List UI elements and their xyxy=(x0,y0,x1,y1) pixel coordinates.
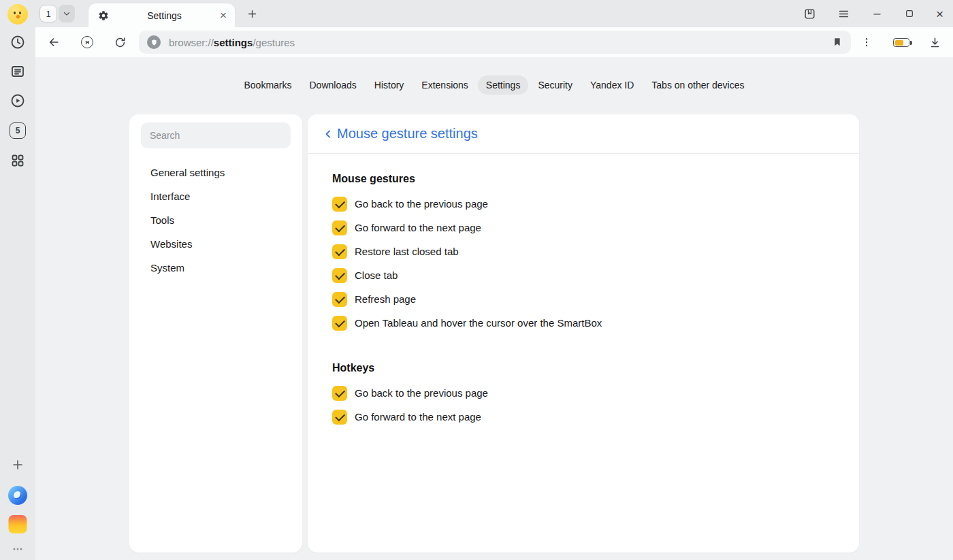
gesture-settings-card: Mouse gesture settings Mouse gestures Go… xyxy=(308,114,859,553)
avatar-eye xyxy=(19,12,21,14)
gesture-row: Refresh page xyxy=(332,287,835,311)
avatar-beak xyxy=(15,14,20,19)
window-controls: × xyxy=(803,0,943,27)
gear-icon xyxy=(98,10,109,21)
nav-tab-other-devices[interactable]: Tabs on other devices xyxy=(643,76,752,95)
new-tab-button[interactable] xyxy=(244,5,260,22)
url-scheme: browser:// xyxy=(169,37,214,48)
hotkey-row: Go forward to the next page xyxy=(332,405,835,429)
downloads-icon[interactable] xyxy=(927,35,942,50)
maximize-icon[interactable] xyxy=(904,8,915,19)
checkbox-go-back[interactable] xyxy=(332,197,347,212)
left-rail: 5 xyxy=(0,0,35,560)
feed-icon[interactable] xyxy=(10,63,26,80)
url-host: settings xyxy=(214,37,253,48)
tab-settings[interactable]: Settings × xyxy=(88,3,235,27)
nav-tab-settings[interactable]: Settings xyxy=(478,76,529,95)
hotkey-label: Go forward to the next page xyxy=(355,411,481,423)
reload-icon[interactable] xyxy=(112,35,127,50)
panel-body: Mouse gestures Go back to the previous p… xyxy=(308,154,859,429)
url-more-icon[interactable] xyxy=(859,35,874,50)
checkbox-refresh-page[interactable] xyxy=(332,292,347,307)
tab-close-icon[interactable]: × xyxy=(220,10,227,21)
tab-strip: 1 Settings × × xyxy=(35,0,953,27)
settings-nav-tabs: Bookmarks Downloads History Extensions S… xyxy=(35,76,953,95)
chevron-down-icon xyxy=(62,9,71,18)
settings-sidebar-card: General settings Interface Tools Website… xyxy=(129,114,302,553)
settings-page: Bookmarks Downloads History Extensions S… xyxy=(35,57,953,560)
rail-add-icon[interactable] xyxy=(10,457,25,472)
yandex-home-icon[interactable]: Я xyxy=(80,35,95,50)
rail-more-icon[interactable] xyxy=(11,542,25,556)
sidebar-item-system[interactable]: System xyxy=(129,256,302,280)
bookmarks-panel-icon[interactable] xyxy=(803,7,816,20)
gesture-label: Close tab xyxy=(355,269,398,281)
gesture-label: Go forward to the next page xyxy=(355,222,481,233)
hotkey-row: Go back to the previous page xyxy=(332,381,835,405)
checkbox-go-forward[interactable] xyxy=(332,220,347,235)
gesture-row: Close tab xyxy=(332,263,835,287)
nav-tab-yandex-id[interactable]: Yandex ID xyxy=(582,76,642,95)
checkbox-hotkey-go-back[interactable] xyxy=(332,386,347,401)
nav-tab-history[interactable]: History xyxy=(366,76,413,95)
nav-tab-extensions[interactable]: Extensions xyxy=(413,76,476,95)
tab-group-count-value: 1 xyxy=(46,9,50,19)
tab-group: 1 xyxy=(39,5,75,22)
hotkey-label: Go back to the previous page xyxy=(355,387,488,399)
settings-section-list: General settings Interface Tools Website… xyxy=(129,161,302,280)
minimize-icon[interactable] xyxy=(871,8,883,20)
section-heading-hotkeys: Hotkeys xyxy=(332,362,835,374)
nav-tab-downloads[interactable]: Downloads xyxy=(302,76,365,95)
tab-group-counter[interactable]: 1 xyxy=(39,5,57,22)
bookmark-icon[interactable] xyxy=(832,37,843,48)
gesture-row: Restore last closed tab xyxy=(332,240,835,263)
profile-avatar[interactable] xyxy=(7,4,28,24)
apps-grid-icon[interactable] xyxy=(10,152,26,169)
tabs-counter[interactable]: 5 xyxy=(10,122,26,139)
history-icon[interactable] xyxy=(10,34,26,50)
sidebar-item-websites[interactable]: Websites xyxy=(129,232,302,256)
url-bar[interactable]: browser://settings/gestures xyxy=(139,31,851,54)
tab-title: Settings xyxy=(109,10,220,21)
nav-tab-security[interactable]: Security xyxy=(530,76,581,95)
url-text: browser://settings/gestures xyxy=(169,37,832,48)
checkbox-hotkey-go-forward[interactable] xyxy=(332,410,347,425)
nav-tab-bookmarks[interactable]: Bookmarks xyxy=(236,76,300,95)
browser-logo-swirl xyxy=(14,491,22,499)
avatar-eye xyxy=(14,12,16,14)
mail-app-icon[interactable] xyxy=(9,515,27,533)
gesture-row: Go forward to the next page xyxy=(332,216,835,240)
address-toolbar: Я browser://settings/gestures xyxy=(35,27,953,57)
panel-header: Mouse gesture settings xyxy=(308,114,859,154)
back-chevron-icon[interactable] xyxy=(321,127,335,141)
checkbox-restore-tab[interactable] xyxy=(332,244,347,259)
sidebar-item-interface[interactable]: Interface xyxy=(129,184,302,208)
tab-group-dropdown[interactable] xyxy=(59,5,75,22)
ya-letter: Я xyxy=(85,39,89,46)
search-input[interactable] xyxy=(141,122,291,148)
gesture-row: Open Tableau and hover the cursor over t… xyxy=(332,311,835,335)
menu-icon[interactable] xyxy=(837,7,850,20)
gesture-label: Open Tableau and hover the cursor over t… xyxy=(355,317,602,329)
page-title: Mouse gesture settings xyxy=(337,126,478,142)
section-heading-mouse-gestures: Mouse gestures xyxy=(332,173,835,185)
sidebar-item-tools[interactable]: Tools xyxy=(129,208,302,232)
browser-app-icon[interactable] xyxy=(8,486,27,505)
url-path: /gestures xyxy=(253,37,295,48)
battery-fill xyxy=(895,40,903,46)
battery-icon[interactable] xyxy=(893,38,909,47)
checkbox-close-tab[interactable] xyxy=(332,268,347,283)
checkbox-open-tableau[interactable] xyxy=(332,316,347,331)
tabs-counter-value: 5 xyxy=(16,126,20,135)
gesture-label: Refresh page xyxy=(355,293,416,305)
gesture-label: Go back to the previous page xyxy=(355,198,488,210)
close-window-icon[interactable]: × xyxy=(936,7,943,20)
sidebar-item-general[interactable]: General settings xyxy=(129,161,302,184)
media-play-icon[interactable] xyxy=(10,93,26,109)
gesture-label: Restore last closed tab xyxy=(355,246,459,257)
gesture-row: Go back to the previous page xyxy=(332,192,835,216)
site-protect-icon[interactable] xyxy=(147,35,161,49)
back-button[interactable] xyxy=(46,35,61,50)
